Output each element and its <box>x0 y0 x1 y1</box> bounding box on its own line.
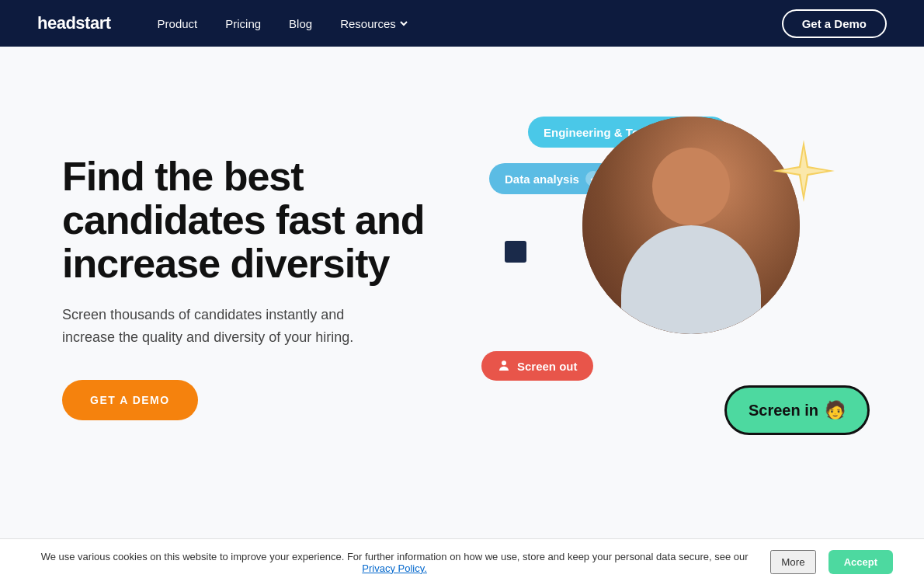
person-head <box>652 148 730 225</box>
tag-screen-out: Screen out <box>481 351 593 381</box>
tag-screen-in: Screen in 🧑 <box>724 385 870 435</box>
person-body <box>621 225 761 334</box>
hero-illustration: Engineering & Technology ✓ Data analysis… <box>466 93 877 482</box>
nav-get-demo-button[interactable]: Get a Demo <box>782 9 887 38</box>
candidate-photo <box>582 117 800 334</box>
person-out-icon <box>497 359 511 373</box>
nav-links: Product Pricing Blog Resources Get a Dem… <box>158 9 887 38</box>
cookie-text: We use various cookies on this website t… <box>31 551 758 574</box>
chevron-down-icon <box>399 19 408 28</box>
cookie-banner: We use various cookies on this website t… <box>0 538 924 585</box>
navbar: headstart Product Pricing Blog Resources… <box>0 0 924 47</box>
brand-logo[interactable]: headstart <box>37 13 111 33</box>
privacy-policy-link[interactable]: Privacy Policy. <box>362 562 427 574</box>
hero-title: Find the best candidates fast and increa… <box>62 155 435 285</box>
hero-section: Find the best candidates fast and increa… <box>0 47 924 513</box>
cookie-more-button[interactable]: More <box>770 550 815 574</box>
hero-content: Find the best candidates fast and increa… <box>62 155 435 420</box>
person-in-icon: 🧑 <box>825 400 846 420</box>
svg-point-2 <box>502 360 506 365</box>
svg-marker-1 <box>780 148 827 194</box>
decorative-square <box>505 241 526 263</box>
photo-silhouette <box>582 117 800 334</box>
sparkle-icon <box>773 140 835 202</box>
cookie-accept-button[interactable]: Accept <box>828 550 893 574</box>
nav-blog[interactable]: Blog <box>289 17 312 30</box>
nav-product[interactable]: Product <box>158 17 198 30</box>
hero-cta-button[interactable]: GET A DEMO <box>62 380 198 420</box>
nav-pricing[interactable]: Pricing <box>225 17 261 30</box>
nav-resources[interactable]: Resources <box>340 17 408 30</box>
hero-subtitle: Screen thousands of candidates instantly… <box>62 304 388 349</box>
